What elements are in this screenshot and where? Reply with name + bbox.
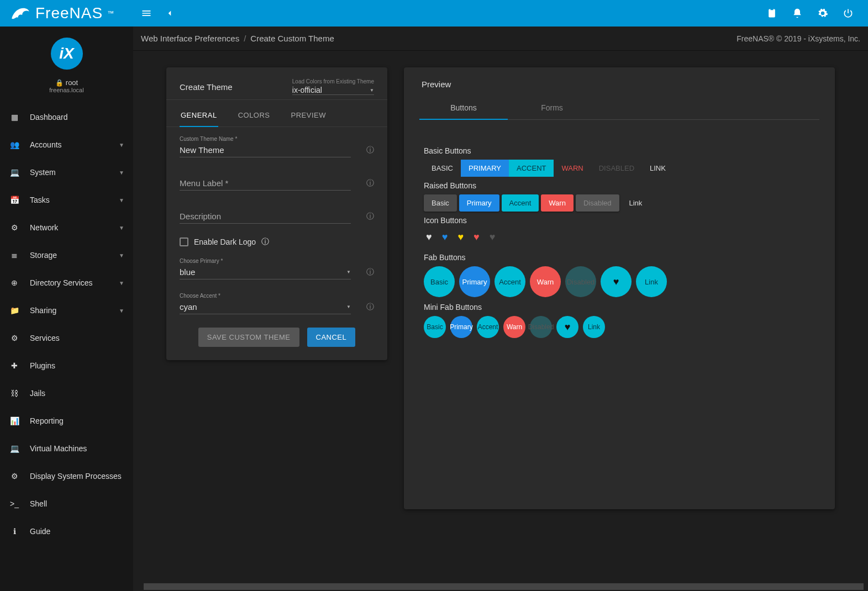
btn-basic[interactable]: Basic [424,194,457,212]
sidebar-item-system[interactable]: 💻System▼ [0,159,133,186]
sidebar-item-accounts[interactable]: 👥Accounts▼ [0,131,133,159]
fab-accent[interactable]: Accent [495,266,525,297]
tab-colors[interactable]: COLORS [237,105,271,126]
btn-accent[interactable]: Accent [502,194,539,212]
btn-primary[interactable]: Primary [459,194,499,212]
sidebar-item-storage[interactable]: ≣Storage▼ [0,241,133,269]
sidebar-item-shell[interactable]: >_Shell [0,490,133,518]
icon-button-row: ♥♥♥♥♥ [424,229,815,249]
theme-name-input[interactable] [180,143,351,157]
cancel-button[interactable]: CANCEL [307,328,356,347]
nav-icon: ⊕ [8,276,21,289]
btn-basic[interactable]: BASIC [424,160,461,177]
heart-icon[interactable]: ♥ [457,231,464,243]
heart-icon[interactable]: ♥ [490,231,496,243]
minifab-primary[interactable]: Primary [450,316,472,338]
sidebar-item-guide[interactable]: ℹGuide [0,518,133,545]
minifab-heart[interactable]: ♥ [556,316,578,338]
sidebar-item-virtual-machines[interactable]: 💻Virtual Machines [0,435,133,462]
breadcrumb: Web Interface Preferences / Create Custo… [133,27,868,51]
sidebar-item-network[interactable]: ⚙Network▼ [0,214,133,241]
minifab-link[interactable]: Link [583,316,605,338]
nav-icon: ⚙ [8,221,21,234]
fab-basic[interactable]: Basic [424,266,455,297]
description-input[interactable] [180,209,351,224]
checkbox-icon[interactable] [180,238,188,246]
sidebar: iX 🔒root freenas.local ▦Dashboard👥Accoun… [0,27,133,591]
preview-tab-forms[interactable]: Forms [508,97,596,119]
heart-icon[interactable]: ♥ [442,231,448,243]
heart-icon[interactable]: ♥ [426,231,432,243]
sidebar-item-label: Storage [30,251,57,260]
dark-logo-checkbox[interactable]: Enable Dark Logo ⓘ [180,237,374,247]
nav-icon: 📊 [8,414,21,428]
sidebar-item-label: Jails [30,389,45,398]
nav-icon: ⛓ [8,387,21,400]
fab-heart[interactable]: ♥ [601,266,632,297]
nav-icon: 📅 [8,193,21,207]
help-icon[interactable]: ⓘ [366,302,374,312]
minifab-basic[interactable]: Basic [424,316,446,338]
brand: FreeNAS™ [0,3,133,24]
sidebar-item-dashboard[interactable]: ▦Dashboard [0,103,133,131]
btn-primary[interactable]: PRIMARY [461,160,509,177]
sidebar-item-label: Dashboard [30,113,68,122]
sidebar-item-directory-services[interactable]: ⊕Directory Services▼ [0,269,133,297]
notifications-icon[interactable] [791,7,804,20]
chevron-down-icon: ▼ [119,225,124,231]
load-colors-select[interactable]: Load Colors from Existing Theme ix-offic… [292,78,374,95]
sidebar-item-label: System [30,168,56,177]
card-title: Create Theme [180,82,233,92]
sidebar-item-jails[interactable]: ⛓Jails [0,379,133,407]
help-icon[interactable]: ⓘ [261,237,269,247]
chevron-down-icon: ▼ [119,142,124,148]
btn-warn[interactable]: WARN [554,160,591,177]
minifab-accent[interactable]: Accent [477,316,499,338]
settings-icon[interactable] [816,7,829,20]
sidebar-item-reporting[interactable]: 📊Reporting [0,407,133,435]
sidebar-item-display-system-processes[interactable]: ⚙Display System Processes [0,462,133,490]
breadcrumb-root[interactable]: Web Interface Preferences [141,34,239,43]
help-icon[interactable]: ⓘ [366,178,374,188]
section-raised-buttons: Raised Buttons [424,181,815,190]
section-mini-fab: Mini Fab Buttons [424,303,815,312]
horizontal-scrollbar[interactable] [144,583,864,590]
raised-button-row: Basic Primary Accent Warn Disabled Link [424,194,815,212]
sidebar-item-label: Guide [30,527,50,536]
heart-icon[interactable]: ♥ [474,231,480,243]
clipboard-icon[interactable] [765,7,778,20]
sidebar-item-services[interactable]: ⚙Services [0,324,133,352]
help-icon[interactable]: ⓘ [366,212,374,221]
sidebar-item-sharing[interactable]: 📁Sharing▼ [0,297,133,324]
sidebar-item-tasks[interactable]: 📅Tasks▼ [0,186,133,214]
btn-warn[interactable]: Warn [541,194,574,212]
description-field: ⓘ [180,209,374,224]
menu-label-input[interactable] [180,176,351,191]
tab-preview[interactable]: PREVIEW [290,105,327,126]
sidebar-item-label: Reporting [30,416,64,425]
preview-tab-buttons[interactable]: Buttons [419,97,508,120]
chevron-down-icon: ▼ [119,252,124,258]
btn-link[interactable]: Link [622,194,650,212]
fab-link[interactable]: Link [636,266,667,297]
copyright: FreeNAS® © 2019 - iXsystems, Inc. [737,34,860,43]
lock-icon: 🔒 [55,79,64,87]
heart-icon: ♥ [613,276,619,288]
help-icon[interactable]: ⓘ [366,267,374,277]
breadcrumb-current: Create Custom Theme [250,34,334,43]
sidebar-item-plugins[interactable]: ✚Plugins [0,352,133,379]
minifab-warn[interactable]: Warn [503,316,525,338]
nav-icon: >_ [8,497,21,510]
fab-disabled: Disabled [565,266,596,297]
menu-toggle-icon[interactable] [140,7,153,20]
power-icon[interactable] [841,7,855,20]
btn-link[interactable]: LINK [642,160,674,177]
btn-accent[interactable]: ACCENT [509,160,554,177]
sidebar-item-label: Services [30,334,60,342]
nav-back-icon[interactable] [163,7,176,20]
fab-primary[interactable]: Primary [459,266,490,297]
help-icon[interactable]: ⓘ [366,145,374,155]
shark-logo-icon [10,3,31,24]
fab-warn[interactable]: Warn [530,266,561,297]
tab-general[interactable]: GENERAL [180,105,218,127]
